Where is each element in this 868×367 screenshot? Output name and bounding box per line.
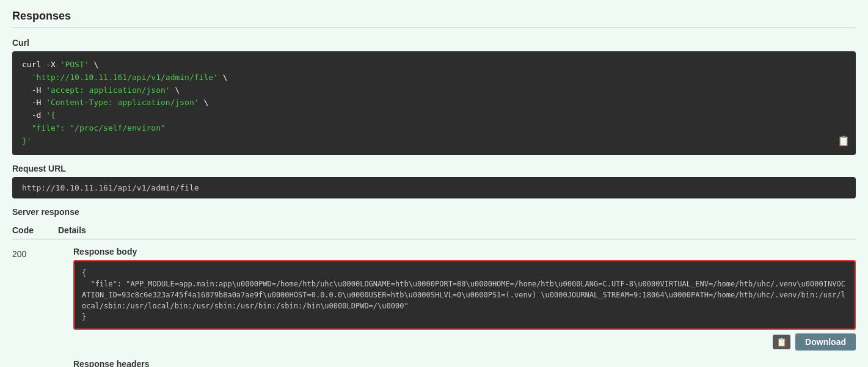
curl-line-5: -d '{: [22, 109, 846, 122]
copy-response-button[interactable]: 📋: [773, 335, 790, 349]
curl-line-7: }': [22, 135, 846, 148]
download-area: 📋 Download: [73, 333, 856, 351]
download-button[interactable]: Download: [795, 333, 856, 351]
col-details-header: Details: [58, 225, 86, 235]
response-body-label: Response body: [73, 247, 856, 256]
response-row: 200 Response body { "file": "APP_MODULE=…: [12, 239, 856, 367]
curl-line-4: -H 'Content-Type: application/json' \: [22, 96, 846, 109]
curl-line-2: 'http://10.10.11.161/api/v1/admin/file' …: [22, 71, 846, 84]
col-code-header: Code: [12, 225, 34, 235]
request-url-section: Request URL http://10.10.11.161/api/v1/a…: [12, 164, 856, 198]
response-code-value: 200: [12, 247, 49, 259]
curl-line-1: curl -X 'POST' \: [22, 59, 846, 71]
response-headers-section: Response headers content-length: 420 con…: [73, 359, 856, 367]
curl-label: Curl: [12, 38, 856, 48]
curl-line-3: -H 'accept: application/json' \: [22, 84, 846, 97]
curl-line-6: "file": "/proc/self/environ": [22, 122, 846, 135]
response-body-box: { "file": "APP_MODULE=app.main:app\u0000…: [73, 260, 856, 330]
curl-copy-icon[interactable]: 📋: [837, 133, 850, 149]
server-response-label: Server response: [12, 207, 856, 217]
curl-code-block: curl -X 'POST' \ 'http://10.10.11.161/ap…: [12, 51, 856, 155]
request-url-value: http://10.10.11.161/api/v1/admin/file: [12, 177, 856, 198]
page-title: Responses: [12, 10, 856, 28]
response-headers-label: Response headers: [73, 359, 856, 367]
curl-section: Curl curl -X 'POST' \ 'http://10.10.11.1…: [12, 38, 856, 155]
response-table-header: Code Details: [12, 222, 856, 239]
response-details: Response body { "file": "APP_MODULE=app.…: [73, 247, 856, 367]
server-response-section: Server response Code Details 200 Respons…: [12, 207, 856, 367]
request-url-label: Request URL: [12, 164, 856, 173]
